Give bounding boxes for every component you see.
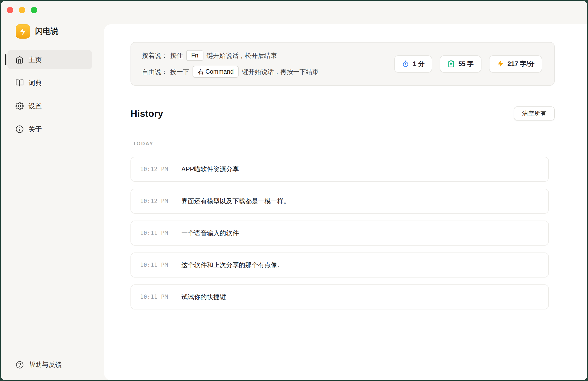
clipboard-icon [447, 60, 455, 68]
stat-duration-value: 1 分 [413, 60, 424, 68]
stopwatch-icon [402, 60, 409, 68]
hotkey-hints: 按着说： 按住 Fn 键开始说话，松开后结束 自由说： 按一下 右 Comman… [142, 50, 318, 78]
history-item[interactable]: 10:11 PM 一个语音输入的软件 [130, 221, 549, 246]
hint-label: 按着说： [142, 51, 168, 60]
right-command-key-chip: 右 Command [193, 66, 239, 78]
sidebar: 闪电说 主页 词典 [1, 1, 104, 380]
app-logo-lightning-icon [16, 24, 30, 39]
stat-duration: 1 分 [394, 55, 432, 73]
hint-after-key: 键开始说话，松开后结束 [207, 51, 277, 60]
gear-icon [15, 102, 24, 110]
hint-label: 自由说： [142, 68, 168, 76]
stat-word-count-value: 55 字 [458, 60, 473, 68]
window-controls [7, 7, 37, 13]
toggle-talk-hint: 自由说： 按一下 右 Command 键开始说话，再按一下结束 [142, 66, 318, 78]
usage-stats: 1 分 55 字 217 字/分 [394, 55, 542, 73]
clear-all-button[interactable]: 清空所有 [514, 106, 555, 121]
history-list: 10:12 PM APP喵软件资源分享 10:12 PM 界面还有模型以及下载都… [130, 157, 549, 309]
history-item-text: 这个软件和上次分享的那个有点像。 [181, 261, 284, 269]
sidebar-item-help-feedback[interactable]: 帮助与反馈 [16, 360, 62, 369]
sidebar-item-label: 主页 [28, 55, 42, 64]
history-item[interactable]: 10:12 PM APP喵软件资源分享 [130, 157, 549, 182]
app-title: 闪电说 [35, 26, 58, 37]
history-header: History 清空所有 [130, 106, 555, 121]
history-item[interactable]: 10:11 PM 试试你的快捷键 [130, 284, 549, 309]
main-content: 按着说： 按住 Fn 键开始说话，松开后结束 自由说： 按一下 右 Comman… [104, 24, 587, 380]
minimize-button[interactable] [19, 7, 25, 13]
history-item-text: 界面还有模型以及下载都是一模一样。 [181, 197, 290, 205]
history-item-text: 试试你的快捷键 [181, 293, 226, 301]
history-item-text: APP喵软件资源分享 [181, 165, 239, 173]
app-header: 闪电说 [16, 24, 58, 39]
close-button[interactable] [7, 7, 13, 13]
history-item-time: 10:12 PM [140, 198, 181, 204]
sidebar-item-label: 关于 [28, 125, 42, 134]
hotkey-hint-card: 按着说： 按住 Fn 键开始说话，松开后结束 自由说： 按一下 右 Comman… [130, 42, 555, 86]
sidebar-item-label: 设置 [28, 102, 42, 110]
stat-speed-value: 217 字/分 [508, 60, 534, 68]
history-item-time: 10:12 PM [140, 166, 181, 172]
history-item[interactable]: 10:12 PM 界面还有模型以及下载都是一模一样。 [130, 189, 549, 214]
hold-to-talk-hint: 按着说： 按住 Fn 键开始说话，松开后结束 [142, 50, 318, 61]
home-icon [15, 56, 24, 64]
hint-after-key: 键开始说话，再按一下结束 [242, 68, 318, 76]
sidebar-item-label: 词典 [28, 78, 42, 87]
sidebar-item-settings[interactable]: 设置 [7, 96, 92, 115]
fn-key-chip: Fn [186, 50, 203, 61]
app-window: 闪电说 主页 词典 [1, 1, 587, 380]
sidebar-item-home[interactable]: 主页 [7, 50, 92, 69]
history-item-time: 10:11 PM [140, 230, 181, 236]
sidebar-nav: 主页 词典 设置 [7, 50, 92, 139]
zoom-button[interactable] [31, 7, 37, 13]
history-item-time: 10:11 PM [140, 294, 181, 300]
history-title: History [130, 108, 163, 119]
stat-speed: 217 字/分 [489, 55, 542, 73]
stat-word-count: 55 字 [440, 55, 481, 73]
history-item[interactable]: 10:11 PM 这个软件和上次分享的那个有点像。 [130, 252, 549, 278]
info-icon [15, 125, 24, 133]
history-group-label: TODAY [133, 141, 555, 147]
help-feedback-label: 帮助与反馈 [28, 360, 62, 369]
history-item-text: 一个语音输入的软件 [181, 229, 239, 237]
sidebar-item-dictionary[interactable]: 词典 [7, 73, 92, 92]
book-icon [15, 79, 24, 87]
hint-before-key: 按一下 [170, 68, 189, 76]
sidebar-item-about[interactable]: 关于 [7, 119, 92, 139]
lightning-icon [497, 60, 504, 68]
help-icon [16, 361, 24, 369]
hint-before-key: 按住 [170, 51, 183, 60]
history-item-time: 10:11 PM [140, 262, 181, 268]
